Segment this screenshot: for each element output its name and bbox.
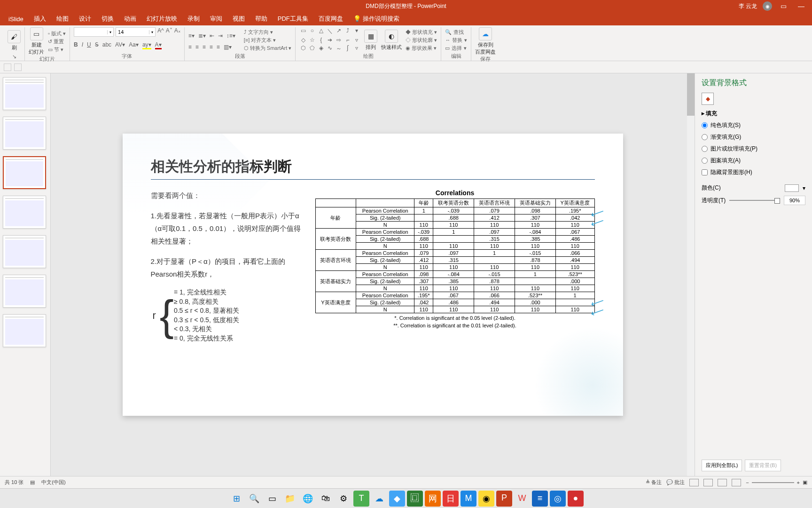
color-dropdown-arrow[interactable]: ▾ [803,185,805,191]
ribbon-display-options-icon[interactable]: ▭ [778,2,789,10]
gradient-fill-input[interactable] [702,134,708,140]
zoom-slider[interactable] [752,482,794,483]
shape-star-icon[interactable]: ☆ [308,37,316,43]
reset-bg-button[interactable]: 重置背景(B) [745,460,781,471]
shape-banner-icon[interactable]: ◈ [317,45,325,53]
secbar-btn-1[interactable] [4,64,11,71]
transparency-slider[interactable] [729,200,780,201]
fit-window-button[interactable]: ▣ [803,479,807,485]
italic-button[interactable]: I [82,41,83,49]
align-text-button[interactable]: [≡] 对齐文本 ▾ [244,37,292,44]
fill-section-header[interactable]: ▸ 填充 [702,110,805,118]
strike-button[interactable]: S̶ [95,41,99,49]
line-spacing-button[interactable]: ↕≡▾ [226,32,235,39]
thumbnail-slide-3[interactable] [3,156,46,189]
shape-scroll-icon[interactable]: ▿ [353,37,360,43]
bold-button[interactable]: B [74,41,78,49]
task-view-icon[interactable]: ▭ [264,491,280,507]
transparency-value[interactable]: 90% [784,196,805,205]
shape-circle-icon[interactable]: ○ [308,27,316,35]
shape-arrow3-icon[interactable]: ⇨ [335,37,343,43]
edge-icon[interactable]: 🌐 [300,491,316,507]
thumbnail-slide-6[interactable] [3,275,46,308]
app-icon-6[interactable]: 日 [443,491,459,507]
font-size-dropdown[interactable]: 14▾ [116,27,156,37]
tab-insert[interactable]: 插入 [34,15,46,23]
tab-design[interactable]: 设计 [79,15,91,23]
select-button[interactable]: ▭ 选择 ▾ [445,45,467,52]
pattern-fill-radio[interactable]: 图案填充(A) [702,157,805,165]
zoom-out-button[interactable]: − [746,480,749,485]
secbar-btn-2[interactable] [14,64,22,71]
font-family-dropdown[interactable]: ▾ [74,27,114,37]
tab-pdf[interactable]: PDF工具集 [278,15,308,23]
zoom-in-button[interactable]: + [797,480,800,485]
shape-tri-icon[interactable]: △ [317,27,325,35]
store-icon[interactable]: 🛍 [318,491,334,507]
decrease-font-button[interactable]: A˅ [166,27,172,37]
start-button[interactable]: ⊞ [228,491,244,507]
shape-effects-button[interactable]: ◉ 形状效果 ▾ [406,45,437,52]
settings-icon[interactable]: ⚙ [336,491,351,507]
smartart-button[interactable]: ⬡ 转换为 SmartArt ▾ [244,45,292,52]
tab-slideshow[interactable]: 幻灯片放映 [147,15,177,23]
increase-font-button[interactable]: A^ [157,27,164,37]
explorer-icon[interactable]: 📁 [282,491,298,507]
new-slide-button[interactable]: ▭新建 幻灯片 [29,27,44,56]
app-icon-7[interactable]: M [461,491,476,507]
sorter-view-button[interactable] [703,479,713,486]
align-center-button[interactable]: ≡ [195,44,199,50]
reading-view-button[interactable] [718,479,727,486]
app-icon-1[interactable]: T [353,491,369,507]
shape-more-icon[interactable]: ▾ [353,27,360,35]
shape-hex-icon[interactable]: ⬡ [299,45,307,53]
save-baidu-button[interactable]: ☁保存到 百度网盘 [475,27,496,56]
tell-me-search[interactable]: 💡操作说明搜索 [353,15,399,23]
app-icon-10[interactable]: ◎ [550,491,566,507]
arrange-button[interactable]: ▦排列 [364,30,377,51]
reset-button[interactable]: ↺ 重置 [48,38,66,45]
user-avatar-icon[interactable]: ◉ [763,1,772,11]
clear-format-button[interactable]: Aₓ [174,27,180,37]
shape-callout-icon[interactable]: ◇ [299,37,307,43]
shape-pent-icon[interactable]: ⬠ [308,45,316,53]
slideshow-view-button[interactable] [732,479,741,486]
section-button[interactable]: ▭ 节 ▾ [48,46,66,53]
align-left-button[interactable]: ≡ [188,44,192,50]
tab-animations[interactable]: 动画 [124,15,136,23]
language-label[interactable]: 中文(中国) [41,479,65,486]
vertical-scrollbar[interactable] [687,73,695,476]
increase-indent-button[interactable]: ⇥ [218,32,223,39]
format-painter-button[interactable]: 🖌刷 [8,30,21,51]
slide-editor[interactable]: 相关性分析的指标判断 需要看两个值： 1.先看显著性，若显著性（一般用P表示）小… [51,73,695,476]
color-picker-button[interactable] [785,184,799,192]
tab-transitions[interactable]: 切换 [102,15,114,23]
numbering-button[interactable]: ≣▾ [198,32,206,39]
hide-bg-input[interactable] [702,169,708,175]
thumbnail-slide-1[interactable] [3,77,46,110]
scrollbar-thumb[interactable] [687,73,695,116]
char-spacing-button[interactable]: AV▾ [115,41,125,49]
quickstyle-button[interactable]: ◐快速样式 [381,30,402,51]
app-icon-4[interactable]: ⿴ [407,491,423,507]
find-button[interactable]: 🔍 查找 [445,29,467,36]
tab-review[interactable]: 审阅 [210,15,222,23]
pattern-fill-input[interactable] [702,158,708,164]
bullets-button[interactable]: ≡▾ [188,32,195,39]
search-icon[interactable]: 🔍 [246,491,262,507]
shape-free-icon[interactable]: ～ [335,45,343,53]
solid-fill-radio[interactable]: 纯色填充(S) [702,121,805,129]
app-icon-2[interactable]: ☁ [371,491,387,507]
shape-fill-button[interactable]: ◆ 形状填充 ▾ [406,29,437,36]
shape-arrow-icon[interactable]: ↗ [335,27,343,35]
decrease-indent-button[interactable]: ⇤ [210,32,214,39]
accessibility-icon[interactable]: ▤ [30,479,35,485]
slide-canvas[interactable]: 相关性分析的指标判断 需要看两个值： 1.先看显著性，若显著性（一般用P表示）小… [123,134,623,416]
thumbnail-slide-2[interactable] [3,117,46,150]
app-icon-5[interactable]: 网 [425,491,441,507]
shapes-gallery[interactable]: ▭○△＼↗⤴▾ ◇☆{➔⇨⌐▿ ⬡⬠◈∿～ʃ▿ [299,27,360,53]
app-icon-11[interactable]: ● [568,491,584,507]
picture-fill-input[interactable] [702,146,708,152]
shape-conn-icon[interactable]: ⤴ [344,27,351,35]
tab-record[interactable]: 录制 [187,15,200,23]
